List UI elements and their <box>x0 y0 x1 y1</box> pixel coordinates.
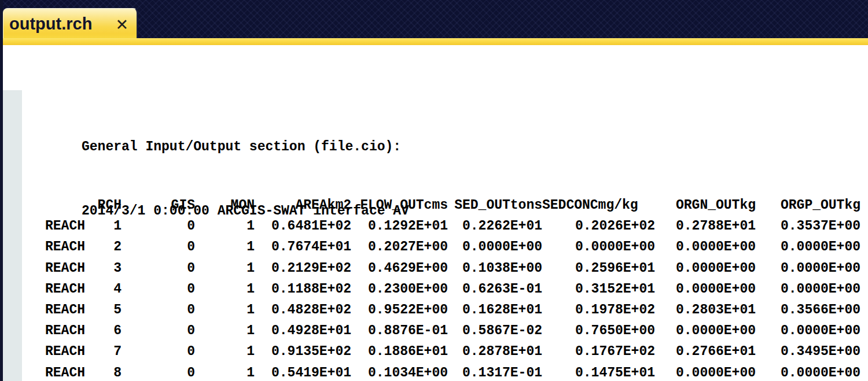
cell: 0.3537E+00 <box>756 216 860 236</box>
cell: 0.2766E+01 <box>655 341 756 362</box>
column-header <box>23 195 90 216</box>
title-bar: output.rch ✕ <box>0 0 868 38</box>
cell: 0.1475E+01 <box>542 362 655 381</box>
cell: 0.7674E+01 <box>255 236 351 257</box>
cell: 0.5867E-02 <box>448 320 542 341</box>
cell: 6 <box>90 320 122 341</box>
cell: 0 <box>122 320 195 341</box>
cell: 0.1038E+00 <box>448 258 542 279</box>
cell: REACH <box>23 362 90 381</box>
reach-table-header: RCHGISMONAREAkm2FLOW_OUTcmsSED_OUTtonsSE… <box>23 195 868 216</box>
editor-pane[interactable]: General Input/Output section (file.cio):… <box>0 45 868 381</box>
tab-title: output.rch <box>9 13 92 34</box>
cell: 0.0000E+00 <box>756 320 860 341</box>
cell: 0 <box>122 236 195 257</box>
cell: 1 <box>90 216 122 236</box>
table-row: REACH7010.9135E+020.1886E+010.2878E+010.… <box>23 341 868 362</box>
cell: 0 <box>122 258 195 279</box>
cell: 0.2788E+01 <box>655 216 756 236</box>
header-row: RCHGISMONAREAkm2FLOW_OUTcmsSED_OUTtonsSE… <box>23 195 868 216</box>
column-header: SED_OUTtons <box>448 195 542 216</box>
column-header: GIS <box>122 195 195 216</box>
cell: 0 <box>122 299 195 320</box>
table-row: REACH8010.5419E+010.1034E+000.1317E-010.… <box>23 362 868 381</box>
accent-bar <box>0 38 868 45</box>
tab-output-rch[interactable]: output.rch ✕ <box>3 8 138 38</box>
cell: 0.3566E+00 <box>756 299 860 320</box>
cell: 2 <box>90 236 122 257</box>
cell: 0 <box>122 279 195 299</box>
cell: 0.0000E+00 <box>448 236 542 257</box>
file-header-line: General Input/Output section (file.cio): <box>82 136 409 158</box>
cell: 0.2596E+01 <box>542 258 655 279</box>
cell: 0.2878E+01 <box>448 341 542 362</box>
cell: 0.0000E+00 <box>756 236 860 257</box>
cell: 1 <box>195 236 255 257</box>
cell: 0.0000E+00 <box>655 320 756 341</box>
cell: 7 <box>90 341 122 362</box>
close-icon[interactable]: ✕ <box>115 14 128 32</box>
cell: 0.7650E+00 <box>542 320 655 341</box>
column-header: ORGP_OUTkg <box>756 195 860 216</box>
cell: 0.1034E+00 <box>351 362 448 381</box>
cell: 0.0000E+00 <box>655 362 756 381</box>
column-header: FLOW_OUTcms <box>351 195 448 216</box>
table-row: REACH6010.4928E+010.8876E-010.5867E-020.… <box>23 320 868 341</box>
cell: 0.9522E+00 <box>351 299 448 320</box>
cell: 4 <box>90 279 122 299</box>
cell: REACH <box>23 299 90 320</box>
cell-filler <box>860 341 868 362</box>
cell-filler <box>860 320 868 341</box>
cell: 0.0000E+00 <box>756 279 860 299</box>
left-border <box>0 0 3 381</box>
cell: 1 <box>195 299 255 320</box>
cell: 0.2300E+00 <box>351 279 448 299</box>
file-content[interactable]: General Input/Output section (file.cio):… <box>23 90 868 381</box>
cell: 0.5419E+01 <box>255 362 351 381</box>
cell: 0 <box>122 362 195 381</box>
cell: 0 <box>122 341 195 362</box>
cell: 0.0000E+00 <box>756 258 860 279</box>
cell: 1 <box>195 216 255 236</box>
cell: REACH <box>23 320 90 341</box>
cell: 0.0000E+00 <box>655 258 756 279</box>
cell: 0.3495E+00 <box>756 341 860 362</box>
cell: 0.2026E+02 <box>542 216 655 236</box>
cell: 0.9135E+02 <box>255 341 351 362</box>
cell: 0.1886E+01 <box>351 341 448 362</box>
cell: 1 <box>195 362 255 381</box>
cell: 0.0000E+00 <box>655 236 756 257</box>
table-row: REACH4010.1188E+020.2300E+000.6263E-010.… <box>23 279 868 299</box>
cell: 1 <box>195 279 255 299</box>
cell: 0.6481E+02 <box>255 216 351 236</box>
cell: 8 <box>90 362 122 381</box>
cell: 0.1317E-01 <box>448 362 542 381</box>
cell-filler <box>860 258 868 279</box>
cell: 0.0000E+00 <box>756 362 860 381</box>
cell: 0.3152E+01 <box>542 279 655 299</box>
cell: REACH <box>23 236 90 257</box>
cell: 0.0000E+00 <box>542 236 655 257</box>
column-header: MON <box>195 195 255 216</box>
cell-filler <box>860 216 868 236</box>
cell: REACH <box>23 216 90 236</box>
cell: 0.4928E+01 <box>255 320 351 341</box>
table-row: REACH1010.6481E+020.1292E+010.2262E+010.… <box>23 216 868 236</box>
cell: 0.2129E+02 <box>255 258 351 279</box>
cell: 0.1767E+02 <box>542 341 655 362</box>
cell: 0.1978E+02 <box>542 299 655 320</box>
cell: 0.8876E-01 <box>351 320 448 341</box>
cell: 0.4828E+02 <box>255 299 351 320</box>
cell: 0.2803E+01 <box>655 299 756 320</box>
column-header: SEDCONCmg/kg <box>542 195 655 216</box>
cell: 5 <box>90 299 122 320</box>
editor-gutter <box>3 90 22 381</box>
cell: 0.1292E+01 <box>351 216 448 236</box>
column-header: ORGN_OUTkg <box>655 195 756 216</box>
cell: 0.6263E-01 <box>448 279 542 299</box>
column-header: AREAkm2 <box>255 195 351 216</box>
reach-table: RCHGISMONAREAkm2FLOW_OUTcmsSED_OUTtonsSE… <box>23 195 868 381</box>
cell: 1 <box>195 320 255 341</box>
column-header: RCH <box>90 195 122 216</box>
cell: 0.2027E+00 <box>351 236 448 257</box>
